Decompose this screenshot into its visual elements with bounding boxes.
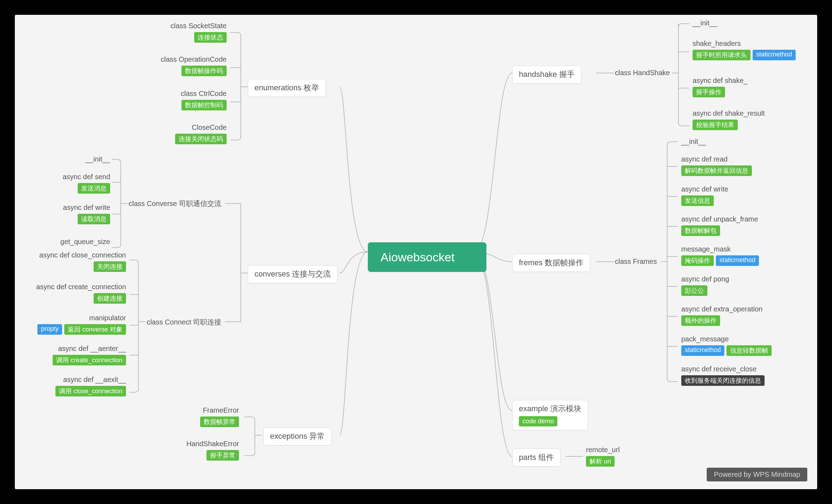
tag: 额外的操作 — [681, 315, 720, 326]
leaf-title: async def pong — [681, 275, 729, 283]
leaf-close-conn[interactable]: async def close_connection 关闭连接 — [39, 251, 126, 272]
leaf-opcode[interactable]: class OperationCode 数据帧操作码 — [161, 55, 227, 76]
node-label: parts 组件 — [519, 453, 554, 463]
leaf-title: async def shake_result — [693, 109, 765, 117]
node-label: example 演示模块 — [519, 404, 581, 414]
leaf-ctrlcode[interactable]: class CtrlCode 数据帧控制码 — [181, 90, 227, 110]
tags: 连接关闭状态码 — [175, 134, 227, 144]
tag: 数据帧操作码 — [181, 66, 227, 76]
tag: 数据帧控制码 — [181, 100, 227, 110]
tag: staticmethod — [753, 50, 796, 60]
root-node[interactable]: Aiowebsocket — [368, 242, 486, 272]
node-label: handshake 握手 — [519, 69, 575, 80]
leaf-frames-mask[interactable]: message_mask 掩码操作 staticmethod — [681, 245, 759, 266]
leaf-frames-recvclose[interactable]: async def receive_close 收到服务端关闭连接的信息 — [681, 365, 765, 386]
node-handshake[interactable]: handshake 握手 — [512, 66, 581, 84]
leaf-title: HandShakeError — [186, 440, 239, 448]
leaf-title: FrameError — [203, 406, 239, 414]
leaf-shake-result[interactable]: async def shake_result 校验握手结果 — [693, 109, 765, 130]
tags: 连接状态 — [194, 32, 227, 43]
leaf-title: shake_headers — [693, 40, 741, 48]
tags: 关闭连接 — [94, 261, 126, 272]
leaf-title: pack_message — [681, 335, 729, 343]
node-exceptions[interactable]: exceptions 异常 — [263, 427, 331, 445]
leaf-class-handshake[interactable]: class HandShake — [615, 69, 670, 77]
tags: 数据帧异常 — [200, 417, 239, 427]
node-label: fremes 数据帧操作 — [519, 258, 583, 268]
leaf-frames-write[interactable]: async def write 发送信息 — [681, 185, 728, 206]
leaf-title: async def close_connection — [39, 251, 126, 259]
node-parts[interactable]: parts 组件 — [512, 449, 561, 467]
tag: 发送信息 — [681, 195, 714, 206]
tags: 读取消息 — [78, 214, 110, 224]
leaf-socketstate[interactable]: class SocketState 连接状态 — [170, 22, 227, 43]
leaf-title: CloseCode — [192, 123, 227, 132]
tag: 握手异常 — [206, 450, 239, 461]
node-label: converses 连接与交流 — [255, 269, 331, 279]
node-enumerations[interactable]: enumerations 枚举 — [248, 79, 326, 97]
mindmap-sheet[interactable]: Aiowebsocket handshake 握手 class HandShak… — [15, 15, 817, 489]
leaf-handshake-init[interactable]: __init__ — [693, 19, 717, 27]
leaf-title: __init__ — [85, 155, 110, 163]
tag: 返回 converse 对象 — [64, 324, 126, 335]
leaf-title: class Converse 司职通信交流 — [129, 199, 221, 208]
tag: staticmethod — [681, 345, 724, 356]
tags: 数据帧控制码 — [181, 100, 227, 110]
leaf-frames-pack[interactable]: pack_message staticmethod 信息转数据帧 — [681, 335, 772, 356]
leaf-aenter[interactable]: async def __aenter__ 调用 create_connectio… — [53, 345, 126, 365]
node-label: enumerations 枚举 — [255, 83, 319, 93]
node-converses[interactable]: converses 连接与交流 — [248, 265, 337, 283]
leaf-closecode[interactable]: CloseCode 连接关闭状态码 — [175, 123, 227, 144]
tags: 调用 create_connection — [53, 355, 126, 365]
leaf-frames-read[interactable]: async def read 解码数据帧并返回信息 — [681, 155, 752, 176]
tag: 关闭连接 — [94, 261, 126, 272]
leaf-title: class SocketState — [170, 22, 227, 30]
leaf-title: class OperationCode — [161, 55, 227, 63]
leaf-conv-init[interactable]: __init__ — [85, 155, 110, 163]
tag: 彭公公 — [681, 285, 707, 296]
tag: 发送消息 — [78, 183, 110, 194]
leaf-title: message_mask — [681, 245, 731, 253]
tag: staticmethod — [716, 255, 759, 266]
leaf-aexit[interactable]: async def __aexit__ 调用 close_connection — [55, 376, 126, 396]
leaf-manipulator[interactable]: manipulator propty 返回 converse 对象 — [37, 314, 126, 335]
tag: 调用 close_connection — [55, 386, 126, 396]
leaf-conv-write[interactable]: async def write 读取消息 — [63, 204, 110, 224]
watermark: Powered by WPS Mindmap — [707, 468, 807, 481]
leaf-conv-send[interactable]: async def send 发送消息 — [62, 173, 110, 194]
tag: 信息转数据帧 — [726, 345, 772, 356]
tag: 连接关闭状态码 — [175, 134, 227, 144]
node-frames[interactable]: fremes 数据帧操作 — [512, 254, 590, 272]
node-example[interactable]: example 演示模块 code demo — [512, 400, 588, 430]
leaf-title: async def send — [62, 173, 110, 181]
leaf-create-conn[interactable]: async def create_connection 创建连接 — [36, 283, 126, 304]
tags: 创建连接 — [94, 293, 126, 304]
tag: 解码数据帧并返回信息 — [681, 165, 752, 176]
leaf-title: async def extra_operation — [681, 305, 762, 313]
leaf-frames-extra[interactable]: async def extra_operation 额外的操作 — [681, 305, 762, 326]
leaf-conv-queue[interactable]: get_queue_size — [60, 238, 110, 246]
leaf-handshakeerror[interactable]: HandShakeError 握手异常 — [186, 440, 239, 461]
leaf-frames-init[interactable]: __init__ — [681, 138, 706, 146]
leaf-class-connect[interactable]: class Connect 司职连接 — [147, 317, 221, 327]
leaf-frames-unpack[interactable]: async def unpack_frame 数据帧解包 — [681, 215, 758, 236]
tag: code demo — [519, 416, 557, 426]
tags: staticmethod 信息转数据帧 — [681, 345, 772, 356]
leaf-title: class CtrlCode — [181, 90, 227, 98]
leaf-frameerror[interactable]: FrameError 数据帧异常 — [200, 406, 239, 427]
tag: propty — [37, 324, 62, 335]
leaf-class-frames[interactable]: class Frames — [615, 257, 657, 266]
leaf-title: async def unpack_frame — [681, 215, 758, 223]
tag: 读取消息 — [78, 214, 110, 224]
leaf-remote-url[interactable]: remote_url 解析 uri — [586, 446, 620, 467]
leaf-frames-pong[interactable]: async def pong 彭公公 — [681, 275, 729, 296]
tags: 发送消息 — [78, 183, 110, 194]
node-label: exceptions 异常 — [270, 431, 325, 442]
tags: 数据帧操作码 — [181, 66, 227, 76]
leaf-title: async def __aenter__ — [58, 345, 126, 353]
leaf-title: class Frames — [615, 257, 657, 266]
leaf-shake[interactable]: async def shake_ 握手操作 — [693, 77, 748, 97]
leaf-title: async def __aexit__ — [63, 376, 126, 384]
leaf-shake-headers[interactable]: shake_headers 握手时所用请求头 staticmethod — [693, 40, 796, 60]
leaf-class-converse[interactable]: class Converse 司职通信交流 — [129, 199, 221, 208]
